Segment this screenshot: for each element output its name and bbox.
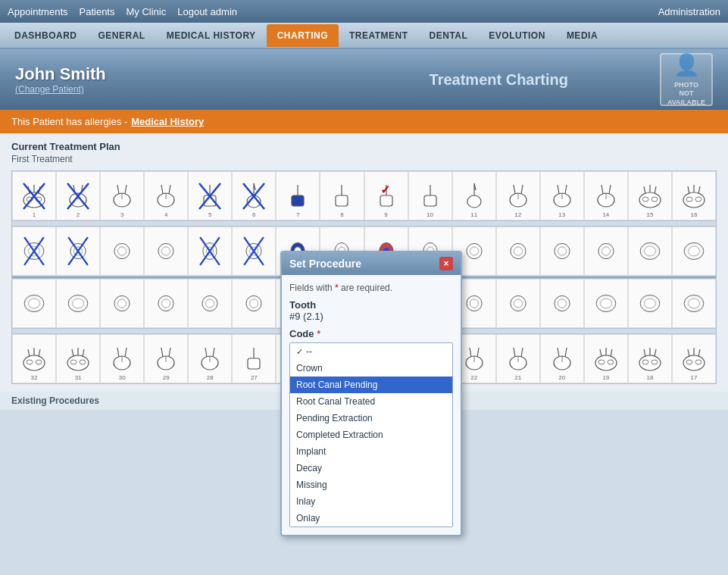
svg-line-195 <box>698 349 700 357</box>
dropdown-item-2[interactable]: Root Canal Pending <box>290 377 452 393</box>
tab-charting[interactable]: CHARTING <box>267 24 339 47</box>
dropdown-item-10[interactable]: Onlay <box>290 510 452 527</box>
my-clinic-link[interactable]: My Clinic <box>126 6 166 17</box>
logout-link[interactable]: Logout admin <box>177 6 237 17</box>
tooth-1[interactable]: 1 <box>12 171 56 220</box>
tooth-root-upper-13[interactable] <box>540 227 584 276</box>
tooth-number-30: 30 <box>119 374 126 381</box>
dropdown-item-1[interactable]: Crown <box>290 360 452 377</box>
tooth-10[interactable]: 10 <box>408 171 452 220</box>
tooth-17[interactable]: 17 <box>672 334 716 383</box>
svg-point-132 <box>645 298 656 308</box>
tab-general[interactable]: GENERAL <box>88 24 156 47</box>
patients-link[interactable]: Patients <box>80 6 115 17</box>
content-area: Current Treatment Plan First Treatment 1 <box>0 133 728 392</box>
tooth-root-lower-20[interactable] <box>540 279 584 328</box>
tooth-root-lower-29[interactable] <box>144 279 188 328</box>
tooth-root-upper-16[interactable] <box>672 227 716 276</box>
tooth-root-lower-31[interactable] <box>56 279 100 328</box>
tooth-root-upper-2[interactable] <box>56 227 100 276</box>
tab-evolution[interactable]: EVOLUTION <box>478 24 556 47</box>
tooth-5[interactable]: 5 <box>188 171 232 220</box>
tooth-30[interactable]: 30 <box>100 334 144 383</box>
dropdown-item-6[interactable]: Implant <box>290 443 452 460</box>
tooth-3[interactable]: 3 <box>100 171 144 220</box>
tooth-8[interactable]: 8 <box>320 171 364 220</box>
tooth-14[interactable]: 14 <box>584 171 628 220</box>
tooth-root-lower-21[interactable] <box>496 279 540 328</box>
tooth-29[interactable]: 29 <box>144 334 188 383</box>
dropdown-item-8[interactable]: Missing <box>290 477 452 493</box>
tab-media[interactable]: MEDIA <box>556 24 608 47</box>
tab-dental[interactable]: DENTAL <box>419 24 479 47</box>
tooth-root-lower-19[interactable] <box>584 279 628 328</box>
tooth-root-upper-12[interactable] <box>496 227 540 276</box>
dropdown-item-5[interactable]: Completed Extraction <box>290 427 452 443</box>
tooth-15[interactable]: 15 <box>628 171 672 220</box>
tooth-6[interactable]: 6 <box>232 171 276 220</box>
tooth-13[interactable]: 13 <box>540 171 584 220</box>
tooth-number-7: 7 <box>296 211 299 218</box>
tooth-svg <box>635 342 665 377</box>
svg-line-15 <box>117 185 119 194</box>
code-dropdown-list[interactable]: --CrownRoot Canal PendingRoot Canal Trea… <box>289 342 453 527</box>
dropdown-item-3[interactable]: Root Canal Treated <box>290 393 452 410</box>
tooth-root-svg <box>591 283 621 324</box>
tooth-root-upper-4[interactable] <box>144 227 188 276</box>
modal-close-button[interactable]: × <box>439 257 453 270</box>
tooth-number-29: 29 <box>163 374 170 381</box>
tooth-root-svg <box>239 283 269 324</box>
tab-dashboard[interactable]: DASHBOARD <box>4 24 88 47</box>
tab-medical-history[interactable]: MEDICAL HISTORY <box>156 24 267 47</box>
tooth-root-upper-5[interactable] <box>188 227 232 276</box>
person-icon: 👤 <box>673 52 700 79</box>
tooth-root-lower-18[interactable] <box>628 279 672 328</box>
svg-line-44 <box>558 185 559 194</box>
tooth-12[interactable]: 12 <box>496 171 540 220</box>
dropdown-item-4[interactable]: Pending Extraction <box>290 410 452 427</box>
dropdown-item-9[interactable]: Inlay <box>290 493 452 510</box>
tooth-svg <box>195 342 225 377</box>
tooth-2[interactable]: 2 <box>56 171 100 220</box>
tooth-root-upper-1[interactable] <box>12 227 56 276</box>
tooth-root-lower-17[interactable] <box>672 279 716 328</box>
medical-history-link[interactable]: Medical History <box>131 116 204 127</box>
tooth-svg <box>547 342 577 377</box>
tooth-16[interactable]: 16 <box>672 171 716 220</box>
svg-point-106 <box>73 298 84 308</box>
tooth-18[interactable]: 18 <box>628 334 672 383</box>
tooth-11[interactable]: 11 <box>452 171 496 220</box>
tooth-31[interactable]: 31 <box>56 334 100 383</box>
tooth-27[interactable]: 27 <box>232 334 276 383</box>
appointments-link[interactable]: Appointments <box>8 6 68 17</box>
set-procedure-modal[interactable]: Set Procedure × Fields with * are requir… <box>280 251 462 536</box>
treatment-plan-title: Current Treatment Plan <box>11 141 717 152</box>
tooth-number-12: 12 <box>514 211 521 218</box>
svg-line-45 <box>565 185 567 194</box>
tooth-9[interactable]: ✓ 9 <box>364 171 408 220</box>
dropdown-item-0[interactable]: -- <box>290 343 452 360</box>
tooth-root-upper-15[interactable] <box>628 227 672 276</box>
tooth-svg <box>547 179 577 214</box>
change-patient-link[interactable]: (Change Patient) <box>15 84 338 95</box>
tooth-root-lower-32[interactable] <box>12 279 56 328</box>
tooth-4[interactable]: 4 <box>144 171 188 220</box>
tooth-root-upper-3[interactable] <box>100 227 144 276</box>
tooth-root-lower-27[interactable] <box>232 279 276 328</box>
tooth-root-lower-30[interactable] <box>100 279 144 328</box>
tab-treatment[interactable]: TREATMENT <box>339 24 419 47</box>
tooth-root-upper-6[interactable] <box>232 227 276 276</box>
tooth-7[interactable]: 7 <box>276 171 320 220</box>
tooth-root-lower-28[interactable] <box>188 279 232 328</box>
tooth-20[interactable]: 20 <box>540 334 584 383</box>
photo-text-line3: AVAILABLE <box>667 98 705 108</box>
tooth-21[interactable]: 21 <box>496 334 540 383</box>
svg-point-104 <box>29 298 40 308</box>
tooth-32[interactable]: 32 <box>12 334 56 383</box>
tooth-root-upper-14[interactable] <box>584 227 628 276</box>
dropdown-item-7[interactable]: Decay <box>290 460 452 477</box>
tooth-28[interactable]: 28 <box>188 334 232 383</box>
code-dropdown-container[interactable]: --CrownRoot Canal PendingRoot Canal Trea… <box>289 342 453 527</box>
tooth-root-svg <box>151 283 181 324</box>
tooth-19[interactable]: 19 <box>584 334 628 383</box>
